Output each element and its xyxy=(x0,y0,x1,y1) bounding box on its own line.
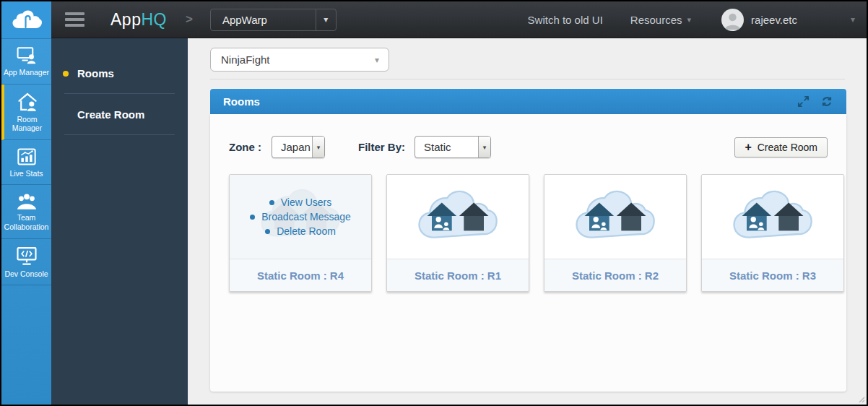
room-card-label: Static Room : R2 xyxy=(544,259,686,291)
game-selector-dropdown[interactable]: NinjaFight ▾ xyxy=(210,48,389,72)
view-users-action[interactable]: View Users xyxy=(269,196,332,208)
room-card-label: Static Room : R1 xyxy=(387,259,529,291)
room-manager-icon xyxy=(17,92,38,112)
caret-down-icon: ▾ xyxy=(375,55,389,65)
dev-console-icon xyxy=(16,246,38,267)
caret-down-icon: ▾ xyxy=(478,137,490,157)
brand-title: AppHQ xyxy=(110,10,167,30)
cloud-logo-icon xyxy=(11,8,43,32)
zone-select-value: Japan xyxy=(272,141,312,153)
secondary-sidebar: Rooms Create Room xyxy=(51,38,188,405)
plus-icon: + xyxy=(745,142,751,153)
room-card-body xyxy=(702,175,843,259)
sidebar-item-live-stats[interactable]: Live Stats xyxy=(1,140,51,186)
app-selector-dropdown[interactable]: AppWarp ▾ xyxy=(210,9,337,31)
subsidebar-item-create-room[interactable]: Create Room xyxy=(51,99,188,130)
app-manager-icon xyxy=(16,46,38,65)
zone-select[interactable]: Japan ▾ xyxy=(272,136,325,158)
filter-by-select[interactable]: Static ▾ xyxy=(415,136,491,158)
game-selector-value: NinjaFight xyxy=(211,53,375,66)
primary-sidebar: App Manager Room Manager xyxy=(1,38,51,405)
breadcrumb-chevron-icon: > xyxy=(186,12,193,27)
app-selector-value: AppWarp xyxy=(211,14,316,26)
broadcast-message-action[interactable]: Broadcast Message xyxy=(250,211,351,223)
brand-logo[interactable] xyxy=(1,1,51,38)
sidebar-item-app-manager[interactable]: App Manager xyxy=(1,39,51,85)
divider xyxy=(64,134,175,135)
rooms-panel-header: Rooms xyxy=(210,89,846,114)
subsidebar-item-rooms[interactable]: Rooms xyxy=(51,58,188,89)
sidebar-item-dev-console[interactable]: Dev Console xyxy=(1,239,51,286)
filter-by-label: Filter By: xyxy=(358,141,405,153)
room-card-label: Static Room : R3 xyxy=(702,259,843,291)
username-label: rajeev.etc xyxy=(751,14,797,26)
room-card-body xyxy=(387,175,529,259)
window-resize-grip-icon[interactable] xyxy=(856,394,865,403)
caret-down-icon: ▾ xyxy=(316,9,336,30)
room-cloud-icon xyxy=(415,188,501,246)
zone-label: Zone : xyxy=(229,141,261,153)
room-card-body xyxy=(544,175,686,259)
rooms-panel-body: Zone : Japan ▾ Filter By: Static ▾ + xyxy=(210,114,846,392)
caret-down-icon: ▾ xyxy=(312,137,324,157)
sidebar-item-team-collaboration[interactable]: Team Collaboration xyxy=(1,185,51,238)
room-card-body: View Users Broadcast Message Delete Room xyxy=(230,175,371,259)
delete-room-action[interactable]: Delete Room xyxy=(265,225,336,237)
bullet-icon xyxy=(250,215,255,220)
room-card-r1[interactable]: Static Room : R1 xyxy=(386,174,529,292)
team-collaboration-icon xyxy=(16,192,38,210)
active-dot-icon xyxy=(63,71,69,77)
switch-old-ui-link[interactable]: Switch to old UI xyxy=(528,14,603,26)
divider xyxy=(210,79,845,79)
refresh-icon[interactable] xyxy=(820,95,833,108)
room-cloud-icon xyxy=(729,188,816,246)
divider xyxy=(64,93,175,94)
room-card-r4[interactable]: View Users Broadcast Message Delete Room xyxy=(229,174,372,292)
room-action-menu: View Users Broadcast Message Delete Room xyxy=(250,196,351,237)
room-card-r2[interactable]: Static Room : R2 xyxy=(544,174,687,292)
caret-down-icon: ▾ xyxy=(687,15,692,25)
room-cards-row: View Users Broadcast Message Delete Room xyxy=(229,174,844,292)
room-cloud-icon xyxy=(572,188,659,246)
room-card-r3[interactable]: Static Room : R3 xyxy=(701,174,844,292)
expand-arrows-icon[interactable] xyxy=(797,95,810,108)
filter-controls: Zone : Japan ▾ Filter By: Static ▾ + xyxy=(229,136,828,158)
live-stats-icon xyxy=(17,147,37,166)
create-room-button[interactable]: + Create Room xyxy=(734,137,828,157)
resources-menu[interactable]: Resources ▾ xyxy=(630,14,691,26)
user-menu-caret-icon[interactable]: ▾ xyxy=(851,14,855,25)
person-icon xyxy=(721,9,744,31)
room-card-label: Static Room : R4 xyxy=(230,259,371,291)
filter-select-value: Static xyxy=(415,141,478,153)
sidebar-item-room-manager[interactable]: Room Manager xyxy=(1,85,51,140)
app-window: AppHQ > AppWarp ▾ Switch to old UI Resou… xyxy=(0,0,868,406)
user-avatar[interactable] xyxy=(721,9,744,31)
rooms-panel: Rooms xyxy=(210,89,846,392)
topbar: AppHQ > AppWarp ▾ Switch to old UI Resou… xyxy=(1,1,867,38)
main-content: NinjaFight ▾ Rooms xyxy=(188,38,867,405)
bullet-icon xyxy=(265,229,270,234)
panel-title: Rooms xyxy=(223,95,786,108)
bullet-icon xyxy=(269,200,274,205)
menu-hamburger-icon[interactable] xyxy=(65,12,84,27)
